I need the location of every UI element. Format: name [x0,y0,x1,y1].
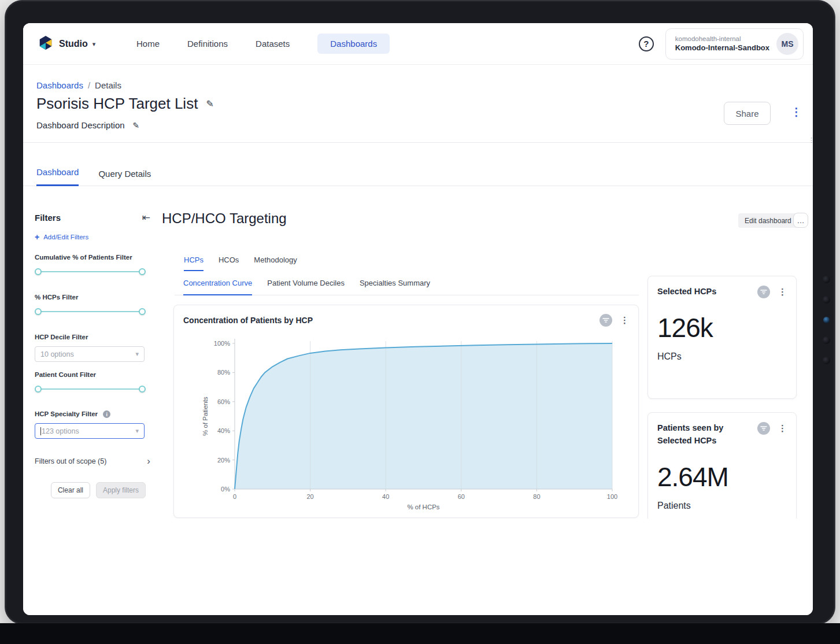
kebab-menu-icon[interactable]: ⋮ [778,423,787,434]
nav-item-home[interactable]: Home [136,39,160,49]
org-name: komodohealth-internal [675,35,769,42]
collapse-panel-icon[interactable]: ⇤ [142,212,150,224]
bezel-dot [823,336,830,344]
edit-dashboard-button[interactable]: Edit dashboard [738,213,798,228]
text-cursor [40,427,41,435]
stat-value: 2.64M [657,461,787,493]
page-header: Dashboards / Details Psorisis HCP Target… [23,65,813,143]
nav-item-definitions[interactable]: Definitions [187,39,228,49]
nav-right: ? komodohealth-internal Komodo-Internal-… [639,23,804,64]
svg-text:40%: 40% [217,427,230,434]
kebab-menu-icon[interactable]: ⋮ [778,287,787,297]
info-icon[interactable]: i [103,410,110,418]
svg-text:100: 100 [607,493,617,500]
subtab-specialties-summary[interactable]: Specialties Summary [360,279,430,295]
chevron-down-icon: ▾ [135,350,139,358]
tab-hcos[interactable]: HCOs [219,256,239,271]
subtab-concentration-curve[interactable]: Concentration Curve [183,279,252,295]
tab-hcps[interactable]: HCPs [184,256,203,271]
avatar[interactable]: MS [776,33,798,55]
resize-handle[interactable]: ⋮ [808,136,813,144]
apply-filters-button[interactable]: Apply filters [96,482,146,498]
primary-nav: Home Definitions Datasets Dashboards [136,23,390,64]
stat-unit: HCPs [657,351,787,362]
svg-text:% of HCPs: % of HCPs [407,504,439,510]
svg-text:80%: 80% [217,369,230,376]
patient-count-filter-label: Patient Count Filter [35,371,150,378]
kebab-menu-icon[interactable]: ⋮ [620,315,629,325]
slider-handle-max[interactable] [139,268,146,275]
edit-title-pencil-icon[interactable]: ✎ [206,98,213,109]
chevron-right-icon: › [147,456,150,467]
slider-handle-min[interactable] [35,386,42,393]
svg-text:% of Patients: % of Patients [202,397,209,436]
org-text: komodohealth-internal Komodo-Internal-Sa… [675,35,769,52]
svg-text:100%: 100% [214,340,230,347]
slider-handle-min[interactable] [35,308,42,315]
hcp-specialty-filter-text: HCP Specialty Filter [35,410,98,417]
filters-out-of-scope-label: Filters out of scope (5) [35,457,106,465]
concentration-chart-card: 0%20%40%60%80%100%020406080100% of HCPs%… [173,305,639,518]
dashboard-viewport: Filters ⇤ + Add/Edit Filters Cumulative … [23,186,813,519]
subtab-patient-volume-deciles[interactable]: Patient Volume Deciles [267,279,345,295]
selected-hcps-card: Selected HCPs ⋮ 126k HCPs [647,276,797,399]
entity-tabs: HCPs HCOs Methodology [184,256,297,271]
slider-handle-min[interactable] [35,268,42,275]
caret-down-icon[interactable]: ▾ [92,40,96,48]
tab-dashboard[interactable]: Dashboard [36,167,79,186]
slider-track [36,388,145,390]
pct-hcps-slider[interactable] [36,308,145,315]
breadcrumb: Dashboards / Details [36,80,121,90]
filter-actions: Clear all Apply filters [35,482,146,498]
edit-description-pencil-icon[interactable]: ✎ [133,121,140,130]
svg-text:0: 0 [233,493,236,500]
chart-title: Concentration of Patients by HCP [183,316,313,325]
tab-methodology[interactable]: Methodology [254,256,297,271]
camera-lens [823,317,830,323]
filters-title: Filters [35,213,61,223]
filter-icon[interactable] [757,422,770,435]
patient-count-slider[interactable] [36,386,145,393]
slider-handle-max[interactable] [139,308,146,315]
add-edit-filters-label: Add/Edit Filters [43,234,88,240]
nav-item-dashboards[interactable]: Dashboards [317,34,390,54]
page-title: Psorisis HCP Target List [36,95,198,113]
slider-track [36,311,145,312]
header-kebab-icon[interactable]: ⋮ [791,105,802,119]
hcp-decile-select[interactable]: 10 options ▾ [35,346,145,362]
breadcrumb-separator: / [88,80,90,90]
komodo-logo-icon [38,35,53,53]
filters-out-of-scope-row[interactable]: Filters out of scope (5) › [35,456,150,467]
slider-handle-max[interactable] [139,386,146,393]
hcp-specialty-select[interactable]: 123 options ▾ [35,423,145,439]
pct-hcps-filter-label: % HCPs Filter [35,294,150,301]
stat-unit: Patients [657,501,787,511]
stat-card-title: Patients seen by Selected HCPs [657,422,757,447]
concentration-chart: 0%20%40%60%80%100%020406080100% of HCPs%… [174,305,639,519]
select-value: 10 options [40,350,74,358]
svg-text:20%: 20% [217,457,230,464]
cumulative-pct-patients-slider[interactable] [36,268,145,275]
svg-text:0%: 0% [221,486,230,493]
hcp-specialty-filter-label: HCP Specialty Filter i [35,410,150,418]
chart-card-header: Concentration of Patients by HCP ⋮ [174,305,638,327]
filter-icon[interactable] [757,286,770,298]
patients-seen-card: Patients seen by Selected HCPs ⋮ 2.64M P… [647,412,797,519]
add-edit-filters-button[interactable]: + Add/Edit Filters [35,232,88,242]
nav-item-datasets[interactable]: Datasets [256,39,290,49]
bezel-dot [823,296,830,304]
dashboard-more-button[interactable]: … [793,213,808,228]
share-button[interactable]: Share [724,102,771,125]
help-icon[interactable]: ? [639,36,654,51]
tab-query-details[interactable]: Query Details [98,169,151,186]
org-switcher[interactable]: komodohealth-internal Komodo-Internal-Sa… [665,28,804,60]
select-value: 123 options [42,427,79,435]
clear-all-button[interactable]: Clear all [51,482,90,498]
brand-name: Studio [59,39,88,49]
filter-icon[interactable] [600,314,612,327]
top-nav: Studio ▾ Home Definitions Datasets Dashb… [23,23,813,65]
bezel-dot [823,276,830,283]
cumulative-pct-patients-filter-label: Cumulative % of Patients Filter [35,254,150,261]
breadcrumb-dashboards-link[interactable]: Dashboards [36,80,83,90]
brand[interactable]: Studio ▾ [38,23,95,65]
